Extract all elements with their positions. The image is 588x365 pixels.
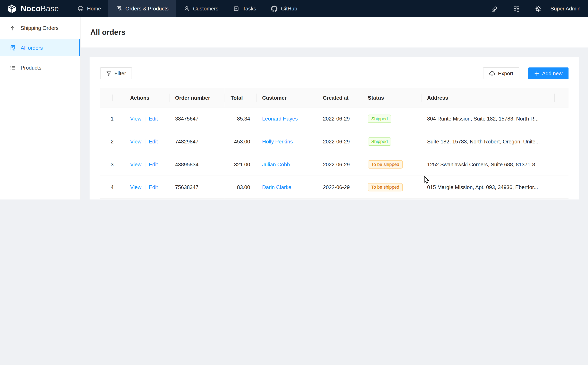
row-actions: View|Edit <box>124 130 169 153</box>
edit-link[interactable]: Edit <box>149 161 158 167</box>
orders-card: Filter Export <box>89 57 579 199</box>
cell-customer: Julian Cobb <box>256 153 317 176</box>
cell-customer: Leonard Hayes <box>256 107 317 130</box>
cell-total: 453.00 <box>225 130 256 153</box>
cloud-download-icon <box>489 70 495 76</box>
action-divider: | <box>145 116 146 121</box>
customer-link[interactable]: Holly Perkins <box>262 138 293 144</box>
cell-total: 85.34 <box>225 107 256 130</box>
customer-link[interactable]: Darin Clarke <box>262 184 291 190</box>
table-row: 3View|Edit43895834321.00Julian Cobb2022-… <box>100 153 568 176</box>
table-row: 2View|Edit74829847453.00Holly Perkins202… <box>100 130 568 153</box>
document-check-icon <box>10 45 16 51</box>
status-badge: Shipped <box>368 114 391 123</box>
cell-status: To be shipped <box>362 198 421 199</box>
cell-order-number: 75638347 <box>169 175 225 198</box>
cell-order-number: 38475647 <box>169 107 225 130</box>
header-actions: Actions <box>124 88 169 107</box>
sidebar: Shipping Orders All orders <box>0 17 81 199</box>
document-check-icon <box>116 6 122 11</box>
row-index: 3 <box>100 153 124 176</box>
header-address: Address <box>421 88 554 107</box>
edit-link[interactable]: Edit <box>149 184 158 190</box>
status-badge: Shipped <box>368 137 391 146</box>
table-row: 1View|Edit3847564785.34Leonard Hayes2022… <box>100 107 568 130</box>
customer-link[interactable]: Julian Cobb <box>262 161 290 167</box>
status-badge: To be shipped <box>368 160 403 168</box>
table-header-row: Actions Order number Total Customer Crea… <box>100 88 568 107</box>
highlighter-icon[interactable] <box>489 3 501 15</box>
cell-spacer <box>554 175 568 198</box>
row-index: 2 <box>100 130 124 153</box>
list-icon <box>10 65 16 70</box>
arrow-up-icon <box>10 25 16 31</box>
nav-item-label: Tasks <box>243 6 256 11</box>
plugin-blocks-icon[interactable] <box>511 3 523 15</box>
export-button[interactable]: Export <box>483 67 519 79</box>
action-divider: | <box>145 184 146 190</box>
row-index: 5 <box>100 198 124 199</box>
cell-status: To be shipped <box>362 153 421 176</box>
customer-link[interactable]: Leonard Hayes <box>262 116 298 121</box>
row-index: 4 <box>100 175 124 198</box>
row-actions: View|Edit <box>124 198 169 199</box>
checkbox-icon <box>233 6 239 11</box>
cell-status: To be shipped <box>362 175 421 198</box>
nav-item-tasks[interactable]: Tasks <box>226 0 263 17</box>
nav-item-customers[interactable]: Customers <box>176 0 226 17</box>
orders-table-body: 1View|Edit3847564785.34Leonard Hayes2022… <box>100 107 568 199</box>
select-all-checkbox[interactable] <box>112 94 112 101</box>
cell-address: 015 Margie Mission, Apt. 093, 34936, Ebe… <box>421 175 554 198</box>
cell-status: Shipped <box>362 107 421 130</box>
cell-spacer <box>554 198 568 199</box>
status-badge: To be shipped <box>368 183 403 191</box>
cell-customer: Melinda Warren <box>256 198 317 199</box>
add-new-button[interactable]: Add new <box>528 67 568 79</box>
filter-button[interactable]: Filter <box>100 67 132 79</box>
nocobase-logo[interactable]: NocoBase <box>0 0 70 17</box>
nav-item-github[interactable]: GitHub <box>264 0 305 17</box>
user-menu[interactable]: Super Admin <box>551 6 581 11</box>
view-link[interactable]: View <box>130 184 141 190</box>
cell-customer: Holly Perkins <box>256 130 317 153</box>
page-header: All orders <box>81 17 588 48</box>
view-link[interactable]: View <box>130 138 141 144</box>
edit-link[interactable]: Edit <box>149 116 158 121</box>
header-status: Status <box>362 88 421 107</box>
view-link[interactable]: View <box>130 116 141 121</box>
cell-total: 321.00 <box>225 153 256 176</box>
cell-total: 83.00 <box>225 175 256 198</box>
nav-item-label: GitHub <box>281 6 297 11</box>
cell-created-at: 2022-06-29 <box>317 153 362 176</box>
cell-address: 69934 Schoen River, Apt. 646, 49704, Wal… <box>421 198 554 199</box>
view-link[interactable]: View <box>130 161 141 167</box>
row-actions: View|Edit <box>124 153 169 176</box>
cell-total: 332.00 <box>225 198 256 199</box>
sidebar-item-all-orders[interactable]: All orders <box>0 39 80 56</box>
sidebar-item-shipping-orders[interactable]: Shipping Orders <box>0 20 80 36</box>
header-customer: Customer <box>256 88 317 107</box>
add-new-button-label: Add new <box>542 70 563 76</box>
github-icon <box>271 6 277 12</box>
top-navbar: NocoBase Home <box>0 0 588 17</box>
sidebar-item-label: Shipping Orders <box>21 25 58 31</box>
header-spacer <box>554 88 568 107</box>
cube-logo-icon <box>7 3 17 14</box>
sidebar-item-label: Products <box>21 65 41 70</box>
table-toolbar: Filter Export <box>100 67 568 79</box>
nav-item-orders-products[interactable]: Orders & Products <box>109 0 176 17</box>
table-row: 5View|Edit76381273332.00Melinda Warren20… <box>100 198 568 199</box>
page-title: All orders <box>90 28 125 37</box>
nav-item-label: Orders & Products <box>125 6 169 11</box>
cell-created-at: 2022-06-29 <box>317 130 362 153</box>
nav-item-home[interactable]: Home <box>70 0 108 17</box>
cell-status: Shipped <box>362 130 421 153</box>
edit-link[interactable]: Edit <box>149 138 158 144</box>
settings-gear-icon[interactable] <box>532 3 544 15</box>
row-index: 1 <box>100 107 124 130</box>
sidebar-item-products[interactable]: Products <box>0 59 80 76</box>
action-divider: | <box>145 161 146 167</box>
filter-button-label: Filter <box>114 70 126 76</box>
cell-address: 1252 Swaniawski Corners, Suite 688, 8137… <box>421 153 554 176</box>
header-total: Total <box>225 88 256 107</box>
